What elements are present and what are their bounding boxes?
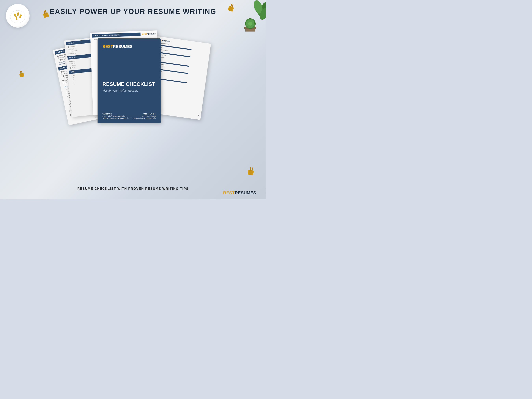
cover-footer: This document is copyrighted... redistri… [102,116,156,118]
bottom-brand: BESTRESUMES [223,190,256,196]
books-container: PROFESS... Don't use this Use a prof- th… [56,28,210,156]
bottom-subheading: RESUME CHECKLIST WITH PROVEN RESUME WRIT… [0,187,266,190]
clip-svg-4 [247,167,255,177]
bowl [6,4,30,28]
bowl-clips-svg [9,7,27,25]
svg-point-35 [248,22,252,26]
cover-subtitle: Tips for your Perfect Resume [102,89,156,92]
cover-title: RESUME CHECKLIST [102,81,156,87]
clip-svg-3 [18,70,25,79]
main-heading: EASILY POWER UP YOUR RESUME WRITING [0,7,266,16]
front-cover: BESTRESUMES RESUME CHECKLIST Tips for yo… [98,38,161,123]
formatting-header: FORMATTING OF THE RESUME [92,32,141,38]
cover-main-content: RESUME CHECKLIST Tips for your Perfect R… [102,69,156,92]
bowl-decoration [6,4,32,30]
plant-decoration [231,0,266,32]
plant-svg [231,0,266,32]
cover-brand: BESTRESUMES [102,44,156,49]
